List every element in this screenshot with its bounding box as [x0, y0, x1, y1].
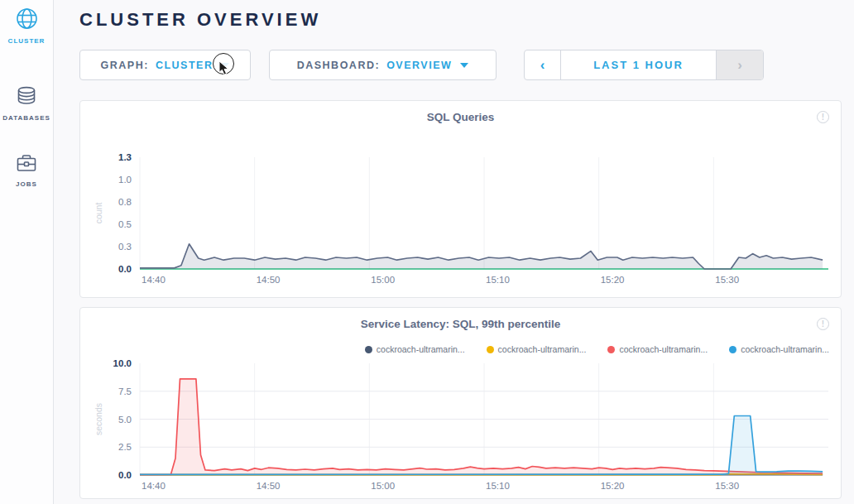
legend-item[interactable]: cockroach-ultramarin... [487, 344, 587, 354]
dashboard-dropdown-label: DASHBOARD: [297, 60, 380, 71]
legend-item[interactable]: cockroach-ultramarin... [607, 344, 708, 354]
legend-dot-icon [607, 346, 615, 353]
sidebar-item-label: JOBS [16, 180, 37, 188]
jobs-icon [16, 153, 37, 176]
sidebar-item-databases[interactable]: DATABASES [0, 45, 53, 122]
svg-text:1.3: 1.3 [118, 152, 132, 162]
svg-text:0.8: 0.8 [118, 197, 132, 207]
chart-card-service-latency: Service Latency: SQL, 99th percentile ! … [79, 307, 842, 499]
svg-text:14:50: 14:50 [257, 275, 281, 285]
svg-text:7.5: 7.5 [118, 386, 132, 396]
svg-text:1.0: 1.0 [118, 175, 132, 185]
legend-label: cockroach-ultramarin... [741, 344, 829, 354]
chart-card-sql-queries: SQL Queries ! 14:4014:5015:0015:1015:201… [79, 100, 842, 298]
svg-text:0.0: 0.0 [118, 264, 132, 274]
time-next-button[interactable]: › [716, 50, 763, 79]
legend-label: cockroach-ultramarin... [498, 344, 587, 354]
svg-text:seconds: seconds [94, 403, 103, 435]
sql-queries-chart: 14:4014:5015:0015:1015:2015:300.00.30.50… [80, 137, 841, 300]
chart-title: SQL Queries [80, 111, 841, 123]
graph-dropdown[interactable]: GRAPH: CLUSTER [79, 50, 251, 80]
svg-text:5.0: 5.0 [118, 415, 132, 425]
graph-dropdown-value: CLUSTER [156, 60, 214, 71]
svg-text:14:40: 14:40 [142, 481, 166, 491]
service-latency-chart: 14:4014:5015:0015:1015:2015:300.02.55.07… [80, 358, 841, 502]
svg-text:14:40: 14:40 [142, 275, 166, 285]
svg-text:0.3: 0.3 [118, 242, 132, 252]
svg-text:0.0: 0.0 [118, 470, 132, 480]
sidebar-item-jobs[interactable]: JOBS [0, 122, 53, 188]
svg-text:count: count [94, 203, 103, 224]
time-range-label[interactable]: LAST 1 HOUR [561, 50, 716, 79]
page-title: CLUSTER OVERVIEW [79, 9, 321, 31]
globe-icon [16, 7, 38, 33]
sidebar-item-cluster[interactable]: CLUSTER [0, 0, 53, 45]
sidebar-item-label: DATABASES [2, 114, 50, 122]
legend-dot-icon [487, 346, 494, 353]
svg-text:2.5: 2.5 [118, 442, 132, 452]
sidebar: CLUSTER DATABASES JOBS [0, 0, 54, 504]
svg-text:15:30: 15:30 [715, 481, 739, 491]
svg-text:15:00: 15:00 [371, 275, 395, 285]
databases-icon [16, 86, 37, 110]
time-window-selector: ‹ LAST 1 HOUR › [524, 50, 764, 80]
dashboard-dropdown-value: OVERVIEW [386, 60, 452, 71]
graph-dropdown-label: GRAPH: [101, 60, 149, 71]
legend-item[interactable]: cockroach-ultramarin... [729, 344, 829, 354]
legend-item[interactable]: cockroach-ultramarin... [365, 344, 465, 354]
info-icon[interactable]: ! [817, 318, 829, 330]
main-content: CLUSTER OVERVIEW GRAPH: CLUSTER DASHBOAR… [54, 0, 854, 504]
sidebar-item-label: CLUSTER [8, 37, 46, 45]
legend-label: cockroach-ultramarin... [619, 344, 708, 354]
legend-label: cockroach-ultramarin... [377, 344, 465, 354]
svg-text:0.5: 0.5 [118, 219, 132, 229]
time-prev-button[interactable]: ‹ [525, 50, 561, 79]
svg-text:15:00: 15:00 [371, 481, 395, 491]
chevron-down-icon [460, 63, 468, 68]
chevron-down-icon [221, 63, 229, 68]
chart-title: Service Latency: SQL, 99th percentile [80, 318, 841, 330]
svg-text:15:20: 15:20 [601, 275, 625, 285]
svg-text:15:30: 15:30 [715, 275, 739, 285]
info-icon[interactable]: ! [817, 111, 829, 123]
svg-text:15:20: 15:20 [601, 481, 625, 491]
svg-text:14:50: 14:50 [257, 481, 281, 491]
chart-legend: cockroach-ultramarin...cockroach-ultrama… [365, 344, 829, 354]
svg-text:15:10: 15:10 [486, 275, 510, 285]
svg-text:15:10: 15:10 [486, 481, 510, 491]
legend-dot-icon [365, 346, 372, 353]
dashboard-dropdown[interactable]: DASHBOARD: OVERVIEW [269, 50, 497, 80]
svg-text:10.0: 10.0 [113, 358, 132, 368]
legend-dot-icon [729, 346, 736, 353]
